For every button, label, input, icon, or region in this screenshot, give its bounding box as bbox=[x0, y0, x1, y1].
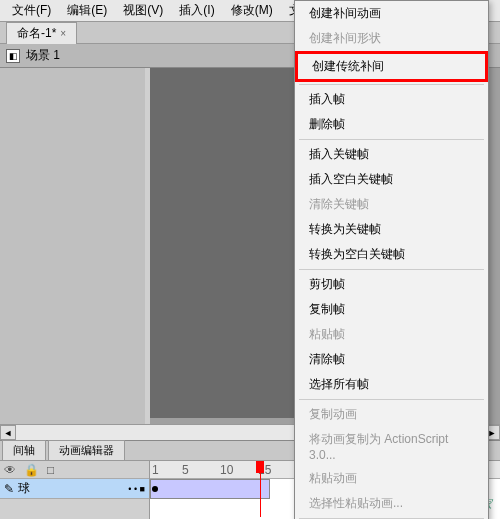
playhead[interactable] bbox=[260, 461, 261, 517]
cm-cut-frames[interactable]: 剪切帧 bbox=[295, 272, 488, 297]
menu-separator bbox=[299, 84, 484, 85]
menu-view[interactable]: 视图(V) bbox=[115, 0, 171, 21]
cm-insert-blank-keyframe[interactable]: 插入空白关键帧 bbox=[295, 167, 488, 192]
outline-icon[interactable]: □ bbox=[47, 463, 54, 477]
scroll-left-icon[interactable]: ◄ bbox=[0, 425, 16, 440]
scene-label[interactable]: 场景 1 bbox=[26, 47, 60, 64]
stage-gutter bbox=[0, 68, 150, 440]
cm-clear-frames[interactable]: 清除帧 bbox=[295, 347, 488, 372]
menu-edit[interactable]: 编辑(E) bbox=[59, 0, 115, 21]
layer-panel: 👁 🔒 □ ✎ 球 • • ■ bbox=[0, 461, 150, 519]
cm-insert-keyframe[interactable]: 插入关键帧 bbox=[295, 142, 488, 167]
lock-icon[interactable]: 🔒 bbox=[24, 463, 39, 477]
cm-copy-motion[interactable]: 复制动画 bbox=[295, 402, 488, 427]
eye-icon[interactable]: 👁 bbox=[4, 463, 16, 477]
layer-toggles[interactable]: • • ■ bbox=[128, 484, 145, 494]
menu-insert[interactable]: 插入(I) bbox=[171, 0, 222, 21]
playhead-head-icon[interactable] bbox=[256, 461, 264, 473]
cm-copy-frames[interactable]: 复制帧 bbox=[295, 297, 488, 322]
tab-title: 命名-1* bbox=[17, 25, 56, 42]
cm-create-classic[interactable]: 创建传统补间 bbox=[295, 51, 488, 82]
menu-modify[interactable]: 修改(M) bbox=[223, 0, 281, 21]
document-tab[interactable]: 命名-1* × bbox=[6, 22, 77, 44]
cm-create-motion[interactable]: 创建补间动画 bbox=[295, 1, 488, 26]
cm-remove-frame[interactable]: 删除帧 bbox=[295, 112, 488, 137]
layer-row[interactable]: ✎ 球 • • ■ bbox=[0, 479, 149, 499]
frame-num: 5 bbox=[182, 463, 189, 477]
menu-separator bbox=[299, 139, 484, 140]
menu-separator bbox=[299, 399, 484, 400]
cm-paste-special[interactable]: 选择性粘贴动画... bbox=[295, 491, 488, 516]
cm-paste-frames[interactable]: 粘贴帧 bbox=[295, 322, 488, 347]
cm-convert-keyframe[interactable]: 转换为关键帧 bbox=[295, 217, 488, 242]
menu-separator bbox=[299, 269, 484, 270]
menu-file[interactable]: 文件(F) bbox=[4, 0, 59, 21]
frame-num: 10 bbox=[220, 463, 233, 477]
cm-select-all[interactable]: 选择所有帧 bbox=[295, 372, 488, 397]
layer-header: 👁 🔒 □ bbox=[0, 461, 149, 479]
tab-timeline[interactable]: 间轴 bbox=[2, 440, 46, 460]
tween-span[interactable] bbox=[150, 479, 270, 499]
tab-motion-editor[interactable]: 动画编辑器 bbox=[48, 440, 125, 460]
scene-icon: ◧ bbox=[6, 49, 20, 63]
cm-create-shape[interactable]: 创建补间形状 bbox=[295, 26, 488, 51]
cm-clear-keyframe[interactable]: 清除关键帧 bbox=[295, 192, 488, 217]
cm-paste-motion[interactable]: 粘贴动画 bbox=[295, 466, 488, 491]
layer-name: 球 bbox=[18, 480, 30, 497]
cm-insert-frame[interactable]: 插入帧 bbox=[295, 87, 488, 112]
cm-convert-blank-keyframe[interactable]: 转换为空白关键帧 bbox=[295, 242, 488, 267]
layer-icon: ✎ bbox=[4, 482, 14, 496]
context-menu: 创建补间动画 创建补间形状 创建传统补间 插入帧 删除帧 插入关键帧 插入空白关… bbox=[294, 0, 489, 519]
close-icon[interactable]: × bbox=[60, 28, 66, 39]
cm-copy-as3[interactable]: 将动画复制为 ActionScript 3.0... bbox=[295, 427, 488, 466]
frame-num: 1 bbox=[152, 463, 159, 477]
keyframe-icon[interactable] bbox=[152, 486, 158, 492]
